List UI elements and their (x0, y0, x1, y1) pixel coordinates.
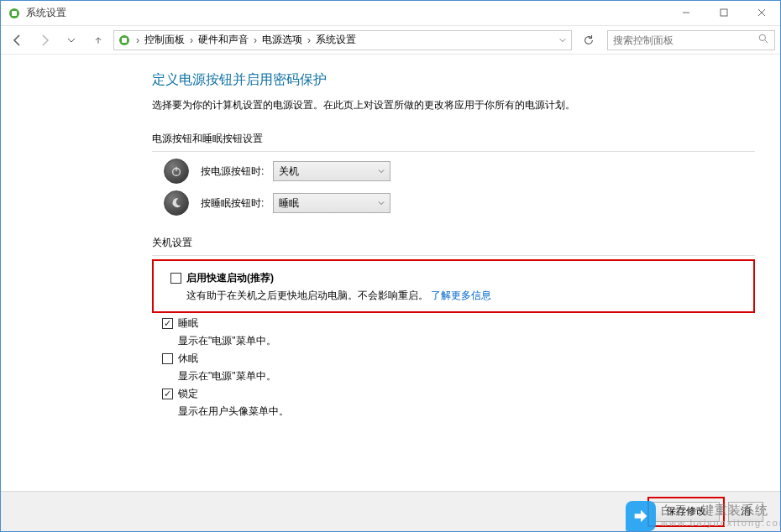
power-icon (164, 159, 189, 184)
breadcrumb-item[interactable]: 系统设置 (312, 33, 359, 47)
sleep-button-label: 按睡眠按钮时: (201, 196, 273, 211)
power-button-select[interactable]: 关机 (273, 161, 390, 181)
window-controls (667, 1, 780, 25)
page-description: 选择要为你的计算机设置的电源设置。在此页上对设置所做的更改将应用于你所有的电源计… (152, 97, 755, 113)
watermark-sub: www.baiyunxitong.com (661, 518, 781, 529)
breadcrumb-item[interactable]: 控制面板 (141, 33, 188, 47)
minimize-button[interactable] (667, 1, 705, 24)
hibernate-checkbox[interactable] (162, 353, 173, 364)
lock-desc: 显示在用户头像菜单中。 (178, 404, 289, 419)
fast-startup-title: 启用快速启动(推荐) (186, 271, 491, 285)
search-input[interactable] (613, 34, 758, 46)
learn-more-link[interactable]: 了解更多信息 (431, 289, 491, 301)
chevron-right-icon[interactable]: › (188, 34, 195, 46)
lock-checkbox[interactable] (162, 389, 173, 399)
sleep-button-row: 按睡眠按钮时: 睡眠 (164, 190, 755, 216)
sleep-title: 睡眠 (178, 316, 276, 331)
search-box[interactable] (607, 30, 775, 50)
sleep-icon (164, 190, 189, 216)
select-value: 睡眠 (279, 196, 299, 211)
sleep-desc: 显示在"电源"菜单中。 (178, 334, 276, 348)
hibernate-option: 休眠 显示在"电源"菜单中。 (162, 352, 755, 383)
hibernate-desc: 显示在"电源"菜单中。 (178, 369, 276, 383)
chevron-right-icon[interactable]: › (134, 34, 141, 46)
navbar: › 控制面板 › 硬件和声音 › 电源选项 › 系统设置 (1, 25, 780, 55)
sleep-option: 睡眠 显示在"电源"菜单中。 (162, 316, 755, 348)
hibernate-title: 休眠 (178, 352, 276, 366)
sleep-button-select[interactable]: 睡眠 (273, 193, 390, 213)
close-button[interactable] (742, 1, 780, 24)
window-title: 系统设置 (26, 6, 667, 20)
watermark-text: 白云一键重装系统 www.baiyunxitong.com (661, 503, 781, 529)
content: 定义电源按钮并启用密码保护 选择要为你的计算机设置的电源设置。在此页上对设置所做… (1, 55, 780, 437)
svg-rect-1 (12, 11, 17, 16)
forward-button[interactable] (33, 29, 56, 52)
sleep-checkbox[interactable] (162, 318, 173, 329)
svg-rect-7 (122, 38, 127, 43)
chevron-right-icon[interactable]: › (252, 34, 259, 46)
chevron-right-icon[interactable]: › (306, 34, 312, 46)
page-title: 定义电源按钮并启用密码保护 (152, 71, 755, 89)
refresh-button[interactable] (579, 30, 599, 50)
up-button[interactable] (86, 29, 110, 52)
watermark: 白云一键重装系统 www.baiyunxitong.com (626, 501, 781, 531)
breadcrumb: › 控制面板 › 硬件和声音 › 电源选项 › 系统设置 (134, 33, 554, 47)
history-dropdown-button[interactable] (60, 29, 83, 52)
svg-line-9 (765, 40, 768, 43)
shutdown-section-label: 关机设置 (152, 236, 755, 250)
power-button-row: 按电源按钮时: 关机 (164, 159, 755, 184)
breadcrumb-item[interactable]: 电源选项 (259, 33, 306, 47)
address-bar[interactable]: › 控制面板 › 硬件和声音 › 电源选项 › 系统设置 (113, 30, 572, 50)
power-button-section-label: 电源按钮和睡眠按钮设置 (152, 132, 755, 146)
power-button-label: 按电源按钮时: (201, 164, 273, 179)
lock-option: 锁定 显示在用户头像菜单中。 (162, 387, 755, 419)
lock-title: 锁定 (178, 387, 289, 401)
chevron-down-icon (378, 197, 385, 209)
search-icon[interactable] (758, 34, 769, 47)
fast-startup-desc: 这有助于在关机之后更快地启动电脑。不会影响重启。 了解更多信息 (186, 289, 491, 303)
chevron-down-icon (378, 165, 385, 177)
fast-startup-highlight: 启用快速启动(推荐) 这有助于在关机之后更快地启动电脑。不会影响重启。 了解更多… (152, 259, 755, 313)
app-icon (8, 7, 21, 20)
maximize-button[interactable] (705, 1, 742, 24)
divider (152, 151, 755, 152)
watermark-icon (626, 501, 656, 531)
location-icon (118, 34, 131, 47)
address-dropdown-button[interactable] (554, 37, 571, 44)
fast-startup-option: 启用快速启动(推荐) 这有助于在关机之后更快地启动电脑。不会影响重启。 了解更多… (170, 271, 747, 303)
titlebar: 系统设置 (1, 1, 780, 25)
watermark-main: 白云一键重装系统 (661, 503, 781, 518)
svg-rect-3 (721, 9, 727, 16)
back-button[interactable] (6, 29, 29, 52)
divider (152, 255, 755, 256)
select-value: 关机 (279, 164, 299, 179)
svg-point-8 (759, 34, 765, 40)
breadcrumb-item[interactable]: 硬件和声音 (195, 33, 252, 47)
shutdown-settings-section: 关机设置 启用快速启动(推荐) 这有助于在关机之后更快地启动电脑。不会影响重启。… (152, 236, 755, 419)
fast-startup-checkbox[interactable] (170, 273, 181, 284)
